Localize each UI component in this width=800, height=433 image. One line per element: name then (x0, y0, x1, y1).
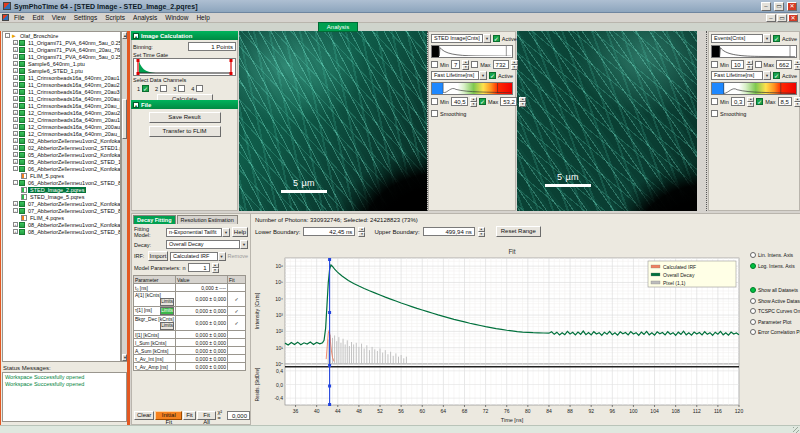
fit-checkbox[interactable]: ✓ (234, 320, 238, 326)
tree-item-label[interactable]: Sample6_640nm_1.ptu (26, 61, 87, 67)
tree-item[interactable]: +11_Crimsonbeads16a_640nm_200au_766nm (3, 95, 120, 102)
min-spinner[interactable]: ▲▼ (746, 60, 753, 69)
limits-button[interactable]: Limits (160, 307, 174, 315)
radio-icon[interactable] (750, 287, 756, 293)
sted-image-2[interactable]: 5 µm (517, 31, 697, 211)
tree-item-label[interactable]: 11_Crimsonbeads16a_640nm_200au_766nm (26, 96, 121, 102)
min-spinner[interactable]: ▲▼ (470, 97, 477, 106)
dropdown-arrow-icon[interactable]: ▼ (218, 252, 226, 261)
parameter-value[interactable]: 0,000 ± ---- (176, 284, 228, 292)
parameter-value[interactable]: 0,000 ± 0,000 (176, 347, 228, 355)
expander-icon[interactable]: + (13, 75, 18, 80)
tree-item[interactable]: -07_AbberiorZellenneu1von2_STED_80au2.pt (3, 207, 120, 214)
tree-item-label[interactable]: 08_AbberiorZellenneu1von2_Konfokal_8au3 (26, 222, 121, 228)
tree-item[interactable]: +11_Crimsonbeads16a_640nm_20au2.ptu (3, 81, 120, 88)
tree-item[interactable]: +07_AbberiorZellenneu1von2_Konfokal_8au1 (3, 200, 120, 207)
parameter-value[interactable]: 0,000 ± 0,000 (176, 331, 228, 339)
tree-item[interactable]: +12_Crimsonbeads16a_640nm_20au1.ptu (3, 116, 120, 123)
tree-item-label[interactable]: FLIM_4.pqres (28, 215, 66, 221)
dropdown-arrow-icon[interactable]: ▼ (483, 34, 491, 43)
min-checkbox[interactable] (431, 61, 438, 68)
min-input[interactable]: 40,5 (451, 97, 468, 106)
channel-checkbox[interactable] (142, 85, 149, 92)
expander-icon[interactable]: + (13, 138, 18, 143)
expander-icon[interactable]: + (13, 47, 18, 52)
tree-item-label[interactable]: 07_AbberiorZellenneu1von2_STED_80au2.pt (26, 208, 121, 214)
limits-button[interactable]: Limits (160, 298, 174, 306)
intensity-histogram[interactable] (711, 45, 797, 58)
smoothing-checkbox[interactable] (711, 110, 718, 117)
tree-item-label[interactable]: 11_Crimsonbeads16a_640nm_20au_nachSTE (26, 103, 121, 109)
tree-item[interactable]: FLIM_5.pqres (3, 172, 120, 179)
expander-icon[interactable]: - (5, 33, 10, 38)
child-close-icon[interactable]: ✕ (788, 14, 798, 22)
expander-icon[interactable]: + (13, 61, 18, 66)
expander-icon[interactable]: + (13, 96, 18, 101)
tree-item[interactable]: +11_Origami71_PVA_640nm_20au_766nm_1:1 (3, 46, 120, 53)
close-icon[interactable]: ✕ (787, 2, 797, 11)
parameter-value[interactable]: 0,000 ± 0,000 (176, 292, 228, 307)
binning-input[interactable]: 1 Points (188, 42, 236, 51)
max-spinner[interactable]: ▲▼ (794, 97, 800, 106)
tree-item-label[interactable]: 11_Origami71_PVA_640nm_5au_0.25MHz13.p (26, 40, 121, 46)
tree-item-label[interactable]: 06_AbberiorZellenneu1von2_STED_80au2.pt (26, 180, 121, 186)
tree-item[interactable]: +08_AbberiorZellenneu1von2_STED_80au1.pt (3, 228, 120, 235)
plot-option-dataset[interactable]: Show Active Dataset (750, 298, 800, 304)
expander-icon[interactable]: + (13, 124, 18, 129)
tree-item[interactable]: -06_AbberiorZellenneu1von2_STED_80au2.pt (3, 179, 120, 186)
tree-item[interactable]: +12_Crimsonbeads16a_640nm_200au_766nm (3, 123, 120, 130)
menu-help[interactable]: Help (192, 14, 213, 21)
max-checkbox[interactable] (755, 61, 762, 68)
sidebar-splitter[interactable] (127, 31, 130, 425)
tree-item[interactable]: +11_Crimsonbeads16a_640nm_20au1.ptu (3, 74, 120, 81)
max-spinner[interactable]: ▲▼ (794, 60, 800, 69)
expander-icon[interactable]: + (13, 131, 18, 136)
active-checkbox[interactable] (489, 72, 496, 79)
tree-item-label[interactable]: 11_Origami71_PVA_640nm_20au_766nm_1:1 (26, 47, 121, 53)
tab-resolution-estimation[interactable]: Resolution Estimation (177, 215, 238, 224)
tree-item-label[interactable]: 12_Crimsonbeads16a_640nm_20au1.ptu (26, 117, 121, 123)
menu-file[interactable]: File (10, 14, 28, 21)
tree-item[interactable]: +11_Crimsonbeads16a_640nm_20au_nachSTE (3, 102, 120, 109)
channel-checkbox[interactable] (160, 85, 167, 92)
tab-decay-fitting[interactable]: Decay Fitting (133, 215, 176, 224)
radio-icon[interactable] (750, 252, 756, 258)
fit-plot[interactable]: Fit3640444852566064687276808488929610010… (252, 245, 748, 426)
max-input[interactable]: 53,2 (500, 97, 517, 106)
min-spinner[interactable]: ▲▼ (747, 97, 754, 106)
intensity-channel-dropdown[interactable]: STED Image[Cnts] ▼ (431, 34, 491, 43)
expander-icon[interactable]: + (13, 68, 18, 73)
max-input[interactable]: 8,5 (778, 97, 792, 106)
tree-item[interactable]: STED_Image_2.pqres (3, 186, 120, 193)
lower-boundary-spinner[interactable]: ▲▼ (358, 227, 365, 236)
maximize-icon[interactable]: ▭ (774, 2, 784, 11)
tab-analysis[interactable]: Analysis (318, 22, 358, 32)
tree-item-label[interactable]: 02_AbberiorZellenneu1von2_Konfokal2.ptu (26, 138, 121, 144)
upper-boundary-spinner[interactable]: ▲▼ (478, 227, 485, 236)
dropdown-arrow-icon[interactable]: ▼ (222, 228, 230, 237)
minimize-icon[interactable]: – (761, 2, 771, 11)
tree-item[interactable]: +Sample6_STED_1.ptu (3, 67, 120, 74)
time-gate-plot[interactable] (133, 58, 236, 76)
tree-item[interactable]: +12_Crimsonbeads16a_640nm_20au_nachSTE (3, 130, 120, 137)
n-spinner[interactable]: ▲▼ (212, 263, 219, 272)
child-maximize-icon[interactable]: ▭ (777, 14, 787, 22)
collapse-icon[interactable]: ▲ (133, 33, 139, 39)
parameter-value[interactable]: 0,000 ± 0,000 (176, 307, 228, 316)
expander-icon[interactable]: + (13, 103, 18, 108)
tree-item[interactable]: STED_Image_5.pqres (3, 193, 120, 200)
max-checkbox[interactable] (756, 98, 763, 105)
tree-item-label[interactable]: STED_Image_5.pqres (28, 194, 86, 200)
tree-item[interactable]: +11_Crimsonbeads16a_640nm_20au3.ptu (3, 88, 120, 95)
tree-item[interactable]: +08_AbberiorZellenneu1von2_Konfokal_8au3 (3, 221, 120, 228)
tree-item[interactable]: -►Olaf_Broschüre (3, 32, 120, 39)
lifetime-channel-dropdown[interactable]: Fast Lifetime[ns] ▼ (711, 71, 771, 80)
help-button[interactable]: Help (232, 227, 248, 237)
channel-checkbox[interactable] (178, 85, 185, 92)
min-checkbox[interactable] (711, 61, 718, 68)
active-checkbox[interactable] (773, 72, 780, 79)
expander-icon[interactable]: + (13, 145, 18, 150)
tree-item[interactable]: +11_Origami71_PVA_640nm_5au_0.25MHz13.p (3, 39, 120, 46)
plot-option-dataset[interactable]: Show all Datasets (750, 287, 800, 293)
channel-checkbox[interactable] (196, 85, 203, 92)
